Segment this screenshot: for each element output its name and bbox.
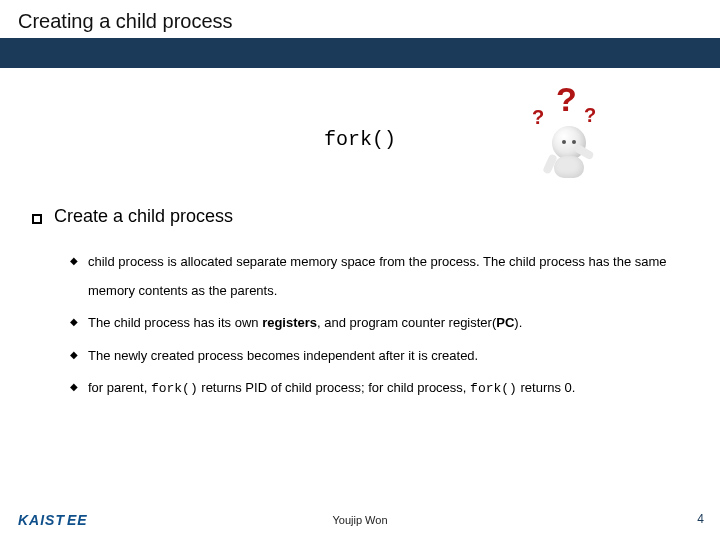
text: , and program counter register( [317,315,496,330]
list-item: The child process has its own registers,… [70,309,690,338]
square-bullet-icon [32,214,42,224]
bold-text: registers [262,315,317,330]
figure-body [554,156,584,178]
question-mark-icon: ? [584,104,596,127]
figure-eye [572,140,576,144]
page-number: 4 [697,512,704,526]
list-item: for parent, fork() returns PID of child … [70,374,690,404]
bullet-list: child process is allocated separate memo… [70,248,690,408]
code-text: fork() [151,381,198,396]
question-mark-icon: ? [556,80,577,119]
text: ). [514,315,522,330]
text: The child process has its own [88,315,262,330]
footer-author: Youjip Won [0,514,720,526]
text: The newly created process becomes indepe… [88,348,478,363]
text: for parent, [88,380,151,395]
bold-text: PC [496,315,514,330]
code-text: fork() [470,381,517,396]
question-figure: ? ? ? [522,82,622,182]
slide: Creating a child process fork() ? ? ? Cr… [0,0,720,540]
figure-eye [562,140,566,144]
section-heading: Create a child process [54,206,233,227]
title-band [0,38,720,68]
list-item: child process is allocated separate memo… [70,248,690,305]
slide-title: Creating a child process [18,10,233,33]
list-item: The newly created process becomes indepe… [70,342,690,371]
text: returns PID of child process; for child … [198,380,470,395]
question-mark-icon: ? [532,106,544,129]
title-bar: Creating a child process [0,0,720,68]
text: child process is allocated separate memo… [88,254,667,298]
text: returns 0. [517,380,576,395]
